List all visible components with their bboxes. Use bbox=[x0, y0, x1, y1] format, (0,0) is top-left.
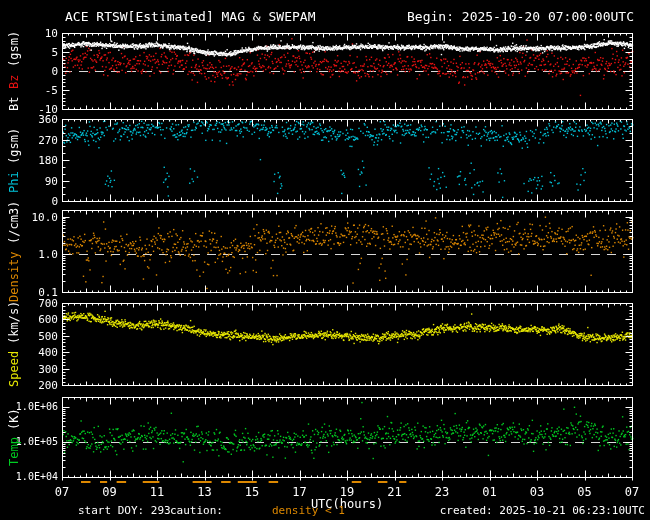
ylabel-part: Phi bbox=[7, 164, 21, 193]
start-doy-label: start DOY: 293 bbox=[78, 504, 171, 517]
ace-rtsw-plot: ACE RTSW[Estimated] MAG & SWEPAM Begin: … bbox=[0, 0, 650, 520]
ylabel-speed: Speed (km/s) bbox=[6, 303, 22, 385]
created-timestamp: created: 2025-10-21 06:23:10UTC bbox=[440, 504, 645, 517]
plot-title: ACE RTSW[Estimated] MAG & SWEPAM bbox=[65, 9, 315, 24]
caution-value: density < 1 bbox=[272, 504, 345, 517]
xtick-21: 21 bbox=[382, 485, 408, 499]
ylabel-phi: Phi (gsm) bbox=[6, 119, 22, 201]
ylabel-part: (km/s) bbox=[7, 301, 21, 344]
ylabel-part: (K) bbox=[7, 408, 21, 430]
xtick-05: 05 bbox=[572, 485, 598, 499]
xtick-15: 15 bbox=[239, 485, 265, 499]
xtick-03: 03 bbox=[524, 485, 550, 499]
begin-timestamp: Begin: 2025-10-20 07:00:00UTC bbox=[407, 9, 634, 24]
caution-label: caution: bbox=[170, 504, 223, 517]
ylabel-part: (/cm3) bbox=[7, 200, 21, 243]
xtick-23: 23 bbox=[429, 485, 455, 499]
xtick-19: 19 bbox=[334, 485, 360, 499]
xtick-11: 11 bbox=[144, 485, 170, 499]
xtick-17: 17 bbox=[287, 485, 313, 499]
plot-canvas bbox=[0, 0, 650, 520]
ylabel-part: (gsm) bbox=[7, 127, 21, 163]
ylabel-part: (gsm) bbox=[7, 31, 21, 67]
ylabel-mag: Bt Bz (gsm) bbox=[6, 33, 22, 109]
ylabel-part: Speed bbox=[7, 344, 21, 387]
xtick-09: 09 bbox=[97, 485, 123, 499]
xtick-07: 07 bbox=[619, 485, 645, 499]
ylabel-part: Bz bbox=[7, 67, 21, 89]
ylabel-part: Bt bbox=[7, 89, 21, 111]
xtick-01: 01 bbox=[477, 485, 503, 499]
ylabel-density: Density (/cm3) bbox=[6, 210, 22, 292]
xtick-13: 13 bbox=[192, 485, 218, 499]
ylabel-temp: Temp (K) bbox=[6, 397, 22, 477]
ylabel-part: Temp bbox=[7, 430, 21, 466]
ylabel-part: Density bbox=[7, 244, 21, 302]
xtick-07: 07 bbox=[49, 485, 75, 499]
